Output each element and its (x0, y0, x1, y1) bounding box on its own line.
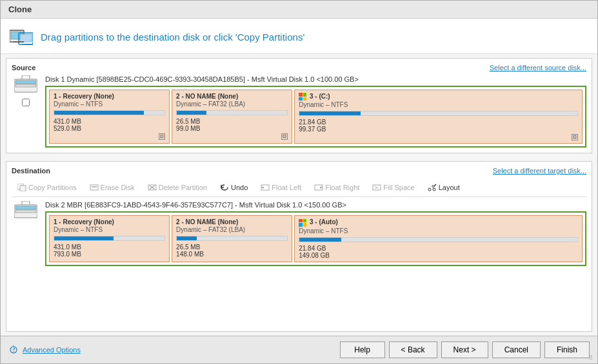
title-bar: Clone (1, 1, 597, 19)
dest-disk-title: Disk 2 MBR [6E883FC9-1ABD-4543-9F46-357E… (45, 201, 586, 209)
help-button[interactable]: Help (340, 341, 385, 358)
source-p3-bar (299, 111, 578, 116)
dest-p1-bar (54, 236, 165, 241)
dest-p3-fill (299, 238, 341, 242)
source-p2-fill (177, 111, 206, 115)
svg-rect-8 (15, 84, 36, 87)
erase-disk-icon (90, 184, 99, 191)
source-p3-name: 3 - (C:) (299, 93, 578, 101)
svg-rect-34 (15, 206, 36, 209)
source-p3-total: 99.37 GB (299, 126, 578, 133)
source-partition-3: 3 - (C:) Dynamic – NTFS 21.84 GB 99.37 G… (294, 90, 583, 144)
finish-button[interactable]: Finish (544, 341, 590, 358)
undo-icon (220, 184, 229, 191)
svg-point-31 (428, 188, 431, 191)
dest-partitions: 1 - Recovery (None) Dynamic – NTFS 431.0… (45, 211, 586, 265)
svg-rect-14 (20, 186, 26, 191)
fill-space-btn[interactable]: Fill Space (366, 181, 420, 194)
dest-p2-total: 148.0 MB (176, 251, 288, 258)
source-p2-sizes: 26.5 MB 99.0 MB (176, 118, 288, 132)
delete-partition-icon (148, 184, 157, 191)
destination-select-link[interactable]: Select a different target disk... (493, 167, 586, 175)
source-p1-small-icon: ⊡ (159, 133, 165, 140)
svg-point-32 (433, 188, 435, 191)
dest-p1-total: 793.0 MB (54, 251, 165, 258)
destination-disk-row: Disk 2 MBR [6E883FC9-1ABD-4543-9F46-357E… (12, 201, 586, 326)
dest-p1-sizes: 431.0 MB 793.0 MB (54, 244, 165, 258)
cancel-button[interactable]: Cancel (492, 341, 541, 358)
source-p3-small-icon: ⊡ (572, 134, 578, 140)
source-p1-name: 1 - Recovery (None) (54, 93, 165, 100)
dest-p2-bar (176, 236, 288, 241)
dest-windows-flag-icon (299, 219, 306, 227)
destination-section: Destination Select a different target di… (6, 161, 592, 332)
delete-partition-btn[interactable]: Delete Partition (142, 181, 213, 194)
header-instruction: Drag partitions to the destination disk … (41, 32, 304, 43)
source-p1-total: 529.0 MB (54, 125, 165, 132)
svg-point-40 (13, 351, 14, 352)
content-area: Source Select a different source disk... (1, 54, 597, 336)
float-right-icon (314, 184, 323, 191)
source-p1-bar (54, 110, 165, 115)
dest-p3-bar (299, 237, 578, 242)
source-p1-used: 431.0 MB (54, 118, 165, 125)
float-left-btn[interactable]: Float Left (255, 181, 307, 194)
bottom-left: Advanced Options (8, 345, 81, 355)
advanced-options-link[interactable]: Advanced Options (23, 346, 81, 354)
dest-p1-name: 1 - Recovery (None) (54, 218, 165, 225)
source-checkbox-area (22, 99, 30, 106)
bottom-bar: Advanced Options Help < Back Next > Canc… (1, 336, 597, 363)
source-p3-fill (299, 111, 361, 115)
source-disk-row: Disk 1 Dynamic [5898BE25-CDC0-469C-9393-… (12, 75, 586, 148)
dest-disk-info: Disk 2 MBR [6E883FC9-1ABD-4543-9F46-357E… (45, 201, 586, 265)
source-p2-used: 26.5 MB (176, 118, 288, 125)
windows-flag-icon (299, 93, 306, 101)
source-p1-sizes: 431.0 MB 529.0 MB (54, 118, 165, 132)
dest-p3-sizes: 21.84 GB 149.08 GB (299, 245, 578, 259)
source-select-link[interactable]: Select a different source disk... (490, 64, 586, 72)
source-p1-fill (54, 111, 144, 115)
svg-rect-7 (15, 81, 36, 84)
dest-p1-fill (54, 236, 114, 240)
source-p3-type: Dynamic – NTFS (299, 101, 578, 108)
undo-btn[interactable]: Undo (214, 181, 254, 194)
source-p2-total: 99.0 MB (176, 125, 288, 132)
dest-disk-icon (14, 201, 37, 219)
dest-partition-1: 1 - Recovery (None) Dynamic – NTFS 431.0… (49, 215, 170, 262)
fill-space-icon (372, 184, 381, 191)
source-p3-icon-row: ⊡ (299, 134, 578, 140)
svg-rect-15 (90, 185, 98, 190)
source-disk-info: Disk 1 Dynamic [5898BE25-CDC0-469C-9393-… (45, 75, 586, 148)
source-partitions: 1 - Recovery (None) Dynamic – NTFS 431.0… (45, 86, 586, 148)
dest-disk-icon-area (12, 201, 40, 219)
source-header: Source Select a different source disk... (12, 64, 586, 72)
source-section: Source Select a different source disk... (6, 58, 592, 153)
source-p3-sizes: 21.84 GB 99.37 GB (299, 119, 578, 133)
window-title: Clone (8, 5, 32, 14)
erase-disk-btn[interactable]: Erase Disk (84, 181, 141, 194)
next-button[interactable]: Next > (441, 341, 488, 358)
bottom-right: Help < Back Next > Cancel Finish (340, 341, 590, 358)
dest-p2-sizes: 26.5 MB 148.0 MB (176, 244, 288, 258)
destination-label: Destination (12, 167, 50, 175)
float-left-icon (261, 184, 270, 191)
source-checkbox[interactable] (22, 99, 30, 106)
dest-p3-type: Dynamic – NTFS (299, 227, 578, 235)
layout-icon (428, 184, 437, 191)
dest-p3-name: 3 - (Auto) (299, 218, 578, 226)
destination-header: Destination Select a different target di… (12, 167, 586, 175)
svg-rect-35 (15, 210, 36, 213)
source-p2-small-icon: ⊡ (281, 133, 288, 140)
resize-corner: ⠿ (588, 354, 596, 362)
destination-toolbar: Copy Partitions Erase Disk Delete P (12, 178, 586, 197)
svg-rect-3 (20, 34, 32, 42)
copy-partitions-btn[interactable]: Copy Partitions (12, 181, 83, 194)
dest-p2-fill (177, 236, 197, 240)
float-right-btn[interactable]: Float Right (308, 181, 365, 194)
source-disk-title: Disk 1 Dynamic [5898BE25-CDC0-469C-9393-… (45, 75, 586, 83)
back-button[interactable]: < Back (389, 341, 437, 358)
source-p2-type: Dynamic – FAT32 (LBA) (176, 101, 288, 108)
source-p2-icon-row: ⊡ (176, 133, 288, 140)
layout-btn[interactable]: Layout (422, 181, 466, 194)
dest-p3-total: 149.08 GB (299, 252, 578, 259)
